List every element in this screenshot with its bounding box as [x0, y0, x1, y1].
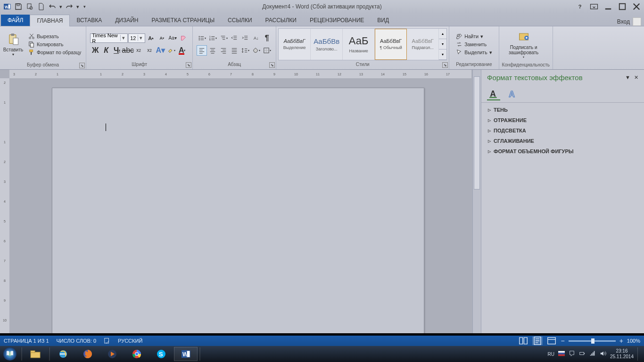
- subscript-icon[interactable]: x2: [133, 45, 144, 56]
- redo-icon[interactable]: [64, 1, 74, 12]
- paste-button[interactable]: Вставить ▼: [2, 27, 25, 61]
- save-icon[interactable]: [13, 1, 24, 12]
- status-proofing-icon[interactable]: [104, 337, 110, 345]
- styles-launcher-icon[interactable]: ⬊: [442, 62, 448, 68]
- word-icon[interactable]: W: [2, 1, 12, 12]
- vertical-scrollbar[interactable]: [472, 70, 481, 333]
- redo-dropdown-icon[interactable]: ▾: [75, 1, 80, 12]
- pane-section-0[interactable]: ▷ТЕНЬ: [481, 105, 644, 115]
- pane-section-4[interactable]: ▷ФОРМАТ ОБЪЕМНОЙ ФИГУРЫ: [481, 146, 644, 156]
- vertical-ruler[interactable]: 211234567891011: [0, 78, 9, 333]
- undo-icon[interactable]: [47, 1, 58, 12]
- read-mode-icon[interactable]: [518, 337, 528, 345]
- tray-action-center-icon[interactable]: [569, 350, 575, 358]
- line-spacing-icon[interactable]: ▾: [240, 45, 250, 56]
- pane-section-2[interactable]: ▷ПОДСВЕТКА: [481, 125, 644, 136]
- tab-layout[interactable]: РАЗМЕТКА СТРАНИЦЫ: [145, 15, 222, 26]
- borders-icon[interactable]: ▾: [262, 45, 272, 56]
- font-name-combo[interactable]: Times New R▾: [90, 33, 128, 43]
- start-button[interactable]: [0, 346, 20, 362]
- status-page[interactable]: СТРАНИЦА 1 ИЗ 1: [4, 338, 49, 344]
- styles-down-icon[interactable]: ▾: [439, 39, 446, 49]
- font-size-combo[interactable]: 12▾: [128, 33, 145, 43]
- multilevel-icon[interactable]: ▾: [218, 33, 229, 43]
- zoom-level[interactable]: 100%: [627, 338, 640, 344]
- zoom-slider[interactable]: [569, 340, 616, 342]
- sign-encrypt-button[interactable]: Подписать и зашифровать▾: [501, 27, 546, 61]
- bullets-icon[interactable]: ▾: [197, 33, 207, 43]
- clear-format-icon[interactable]: [178, 33, 189, 43]
- mediaplayer-taskbar-icon[interactable]: [100, 347, 124, 361]
- keyboard-lang[interactable]: RU: [547, 352, 554, 357]
- justify-icon[interactable]: [229, 45, 239, 56]
- pane-close-icon[interactable]: ✕: [634, 74, 638, 81]
- signin-label[interactable]: Вход: [617, 18, 630, 25]
- undo-dropdown-icon[interactable]: ▾: [58, 1, 63, 12]
- copy-button[interactable]: Копировать: [25, 41, 84, 48]
- minimize-icon[interactable]: [603, 2, 613, 11]
- numbering-icon[interactable]: 123▾: [207, 33, 218, 43]
- explorer-taskbar-icon[interactable]: [24, 347, 47, 361]
- shading-icon[interactable]: ▾: [251, 45, 261, 56]
- tab-design[interactable]: ДИЗАЙН: [108, 15, 145, 26]
- tab-file[interactable]: ФАЙЛ: [1, 15, 30, 26]
- font-launcher-icon[interactable]: ⬊: [186, 62, 191, 68]
- decrease-indent-icon[interactable]: [229, 33, 239, 43]
- pane-menu-icon[interactable]: ▼: [625, 74, 630, 81]
- show-marks-icon[interactable]: ¶: [262, 33, 272, 43]
- style-normal[interactable]: АаБбВвГ¶ Обычный: [375, 29, 407, 60]
- italic-icon[interactable]: К: [101, 45, 111, 56]
- avatar-icon[interactable]: [633, 17, 641, 26]
- clipboard-launcher-icon[interactable]: ⬊: [79, 63, 85, 68]
- format-painter-button[interactable]: Формат по образцу: [25, 49, 84, 56]
- sort-icon[interactable]: A↓: [251, 33, 261, 43]
- grow-font-icon[interactable]: A▴: [146, 33, 156, 43]
- status-language[interactable]: РУССКИЙ: [118, 338, 142, 344]
- text-effects-icon[interactable]: A▾: [155, 45, 165, 56]
- zoom-in-icon[interactable]: +: [619, 337, 623, 345]
- select-button[interactable]: Выделить ▾: [453, 49, 495, 56]
- change-case-icon[interactable]: Aa▾: [167, 33, 178, 43]
- tab-mailings[interactable]: РАССЫЛКИ: [259, 15, 303, 26]
- chevron-down-icon[interactable]: ▾: [120, 35, 126, 41]
- style-emphasis[interactable]: АаБбВвГВыделение: [279, 29, 311, 60]
- align-left-icon[interactable]: [197, 45, 207, 56]
- pane-section-3[interactable]: ▷СГЛАЖИВАНИЕ: [481, 136, 644, 146]
- find-button[interactable]: Найти ▾: [453, 33, 495, 40]
- horizontal-ruler[interactable]: 3211234567891011121314151617: [9, 70, 471, 78]
- style-title[interactable]: АаБНазвание: [343, 29, 375, 60]
- font-color-icon[interactable]: A▾: [177, 45, 187, 56]
- word-taskbar-icon[interactable]: W: [174, 347, 198, 361]
- align-right-icon[interactable]: [218, 45, 229, 56]
- new-doc-icon[interactable]: [36, 1, 46, 12]
- canvas[interactable]: [9, 78, 471, 333]
- tray-clock[interactable]: 23:1625.11.2014: [610, 348, 634, 360]
- shrink-font-icon[interactable]: A▾: [157, 33, 167, 43]
- tray-flag-icon[interactable]: [558, 350, 565, 358]
- firefox-taskbar-icon[interactable]: [76, 347, 99, 361]
- show-desktop-button[interactable]: [637, 347, 641, 361]
- scroll-thumb[interactable]: [474, 76, 480, 189]
- style-subtitle[interactable]: АаБбВвГПодзагол...: [407, 29, 439, 60]
- tab-home[interactable]: ГЛАВНАЯ: [30, 15, 70, 26]
- zoom-knob[interactable]: [591, 338, 594, 344]
- close-icon[interactable]: [632, 2, 641, 11]
- tab-view[interactable]: ВИД: [371, 15, 396, 26]
- page[interactable]: [52, 88, 424, 333]
- chrome-taskbar-icon[interactable]: [125, 347, 149, 361]
- superscript-icon[interactable]: x2: [144, 45, 155, 56]
- underline-icon[interactable]: Ч▾: [112, 45, 122, 56]
- print-layout-icon[interactable]: [532, 337, 543, 345]
- tab-review[interactable]: РЕЦЕНЗИРОВАНИЕ: [303, 15, 371, 26]
- highlight-icon[interactable]: ▾: [166, 45, 176, 56]
- skype-taskbar-icon[interactable]: S: [149, 347, 173, 361]
- text-fill-tab-icon[interactable]: A: [487, 87, 500, 100]
- tab-references[interactable]: ССЫЛКИ: [221, 15, 258, 26]
- web-layout-icon[interactable]: [546, 337, 557, 345]
- tab-insert[interactable]: ВСТАВКА: [70, 15, 108, 26]
- tray-network-icon[interactable]: [589, 350, 596, 358]
- styles-more-icon[interactable]: ▾: [439, 49, 446, 60]
- increase-indent-icon[interactable]: [240, 33, 250, 43]
- ribbon-options-icon[interactable]: [589, 2, 599, 11]
- qat-customize-icon[interactable]: ▾: [81, 1, 88, 12]
